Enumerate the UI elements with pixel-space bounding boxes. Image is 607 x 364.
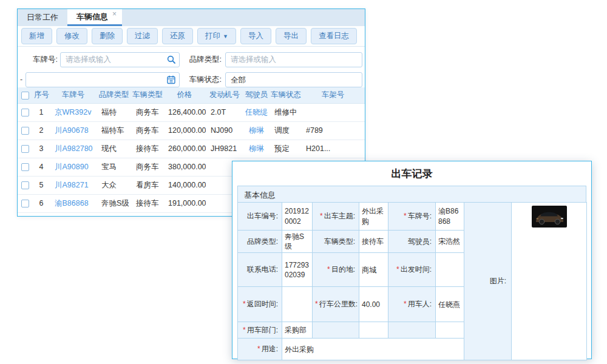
section-header-basic-info: 基本信息 — [237, 186, 586, 203]
form-field-value: 宋浩然 — [436, 231, 464, 253]
form-field-value: 商城 — [359, 253, 388, 287]
driver-link[interactable]: 柳琳 — [243, 140, 270, 158]
toolbar-button-delete[interactable]: 删除 — [92, 28, 123, 44]
form-field-label: *出发时间: — [388, 253, 436, 287]
cell: 2 — [33, 121, 50, 140]
brand-filter-input[interactable] — [225, 52, 362, 67]
plate-link[interactable]: 川A90678 — [50, 121, 97, 140]
required-asterisk: * — [315, 300, 318, 308]
cell: JH9821 — [206, 140, 243, 158]
toolbar-button-restore[interactable]: 还原 — [162, 28, 193, 44]
cell: 5 — [33, 176, 50, 194]
required-asterisk: * — [257, 345, 260, 353]
brand-filter-field — [225, 52, 362, 67]
cell: 120,000.00 — [163, 121, 206, 140]
form-field-label: *用车部门: — [238, 322, 282, 339]
filter-row-1: 车牌号: 品牌类型: — [18, 52, 365, 67]
status-filter-select[interactable]: 全部 — [225, 72, 362, 87]
cell: 3 — [33, 140, 50, 158]
form-field-label: *用车人: — [388, 287, 436, 322]
form-field-label: *用途: — [238, 339, 282, 360]
toolbar-button-export[interactable]: 导出 — [276, 28, 307, 44]
toolbar-button-print[interactable]: 打印▼ — [197, 28, 236, 44]
column-header-6: 驾驶员 — [243, 87, 270, 103]
row-select-cell — [18, 140, 33, 158]
select-all-checkbox[interactable] — [21, 92, 29, 99]
cell: 1 — [33, 103, 50, 121]
toolbar-button-add[interactable]: 新增 — [21, 28, 52, 44]
required-asterisk: * — [243, 326, 246, 334]
toolbar-button-filter[interactable]: 过滤 — [127, 28, 158, 44]
cell: 预定 — [270, 140, 301, 158]
cell: 商务车 — [131, 158, 163, 176]
form-field-value: 接待车 — [359, 231, 388, 253]
cell: 6 — [33, 194, 50, 212]
tab-daily-work[interactable]: 日常工作 — [18, 9, 67, 26]
filter-row-2: - 车辆状态: 全部 — [18, 72, 365, 87]
cell: 商务车 — [131, 103, 163, 121]
row-checkbox[interactable] — [21, 200, 29, 207]
cell: 现代 — [97, 140, 131, 158]
column-header-2: 品牌类型 — [97, 87, 131, 103]
row-select-cell — [18, 121, 33, 140]
required-asterisk: * — [404, 212, 407, 220]
cell: 4 — [33, 158, 50, 176]
toolbar-button-import[interactable]: 导入 — [240, 28, 271, 44]
table-row: 3川A982780现代接待车260,000.00JH9821柳琳预定H201..… — [18, 140, 365, 158]
driver-link[interactable]: 任晓缇 — [243, 103, 270, 121]
date-filter-input[interactable] — [25, 72, 180, 87]
plate-filter-label: 车牌号: — [18, 55, 58, 65]
vehicle-photo — [532, 206, 567, 228]
form-field-value: 17729302039 — [282, 253, 313, 287]
column-header-1: 车牌号 — [50, 87, 97, 103]
plate-link[interactable]: 川A90890 — [50, 158, 97, 176]
toolbar-button-edit[interactable]: 修改 — [56, 28, 87, 44]
row-checkbox[interactable] — [21, 163, 29, 171]
form-field-value: 外出采购 — [282, 339, 464, 360]
cell: 接待车 — [131, 140, 163, 158]
column-header-5: 发动机号 — [206, 87, 243, 103]
form-field-label: 出车编号: — [238, 203, 282, 231]
cell: 看房车 — [131, 176, 163, 194]
toolbar-button-view-log[interactable]: 查看日志 — [311, 28, 357, 44]
row-checkbox[interactable] — [21, 181, 29, 189]
calendar-icon[interactable] — [166, 75, 176, 84]
brand-filter-label: 品牌类型: — [184, 55, 222, 65]
form-field-value: 渝B86868 — [436, 203, 464, 231]
row-checkbox[interactable] — [21, 109, 29, 116]
row-checkbox[interactable] — [21, 127, 29, 135]
required-asterisk: * — [327, 265, 330, 274]
form-field-value — [359, 322, 388, 339]
cell: 维修中 — [270, 103, 301, 121]
plate-link[interactable]: 川A982780 — [50, 140, 97, 158]
required-asterisk: * — [396, 265, 399, 274]
tab-daily-work-label: 日常工作 — [27, 12, 58, 23]
row-select-cell — [18, 158, 33, 176]
column-header-4: 价格 — [163, 87, 206, 103]
form-field-label: *返回时间: — [238, 287, 282, 322]
form-field-label — [388, 322, 436, 339]
cell: 奔驰S级 — [97, 194, 131, 212]
close-icon[interactable]: × — [112, 10, 117, 18]
form-field-value: 任晓燕 — [436, 287, 464, 322]
date-range-separator: - — [18, 75, 25, 84]
form-field-value: 40.00 — [359, 287, 388, 322]
form-field-value: 外出采购 — [359, 203, 388, 231]
form-field-label: 驾驶员: — [388, 231, 436, 253]
form-field-label: *车牌号: — [388, 203, 436, 231]
row-checkbox[interactable] — [21, 145, 29, 153]
plate-link[interactable]: 川A98271 — [50, 176, 97, 194]
date-filter-field — [25, 72, 180, 87]
form-row: 出车编号:2019120002*出车主题:外出采购*车牌号:渝B86868图片: — [238, 203, 587, 231]
plate-link[interactable]: 京WR392v — [50, 103, 97, 121]
driver-link[interactable]: 柳琳 — [243, 121, 270, 140]
required-asterisk: * — [404, 300, 407, 308]
form-field-value: 奔驰S级 — [282, 231, 313, 253]
select-all-cell — [18, 87, 33, 103]
plate-link[interactable]: 渝B86868 — [50, 194, 97, 212]
tab-bar: 日常工作 车辆信息 × — [18, 9, 365, 26]
search-icon[interactable] — [166, 55, 176, 64]
required-asterisk: * — [243, 300, 246, 308]
tab-vehicle-info[interactable]: 车辆信息 × — [67, 9, 122, 26]
plate-filter-input[interactable] — [60, 52, 180, 67]
